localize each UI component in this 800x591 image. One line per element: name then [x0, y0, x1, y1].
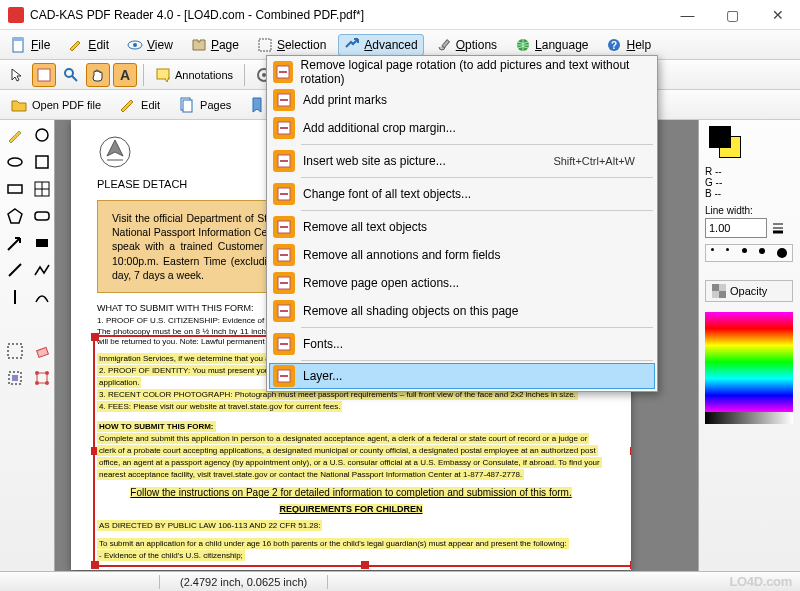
language-icon: [515, 37, 531, 53]
help-icon: ?: [606, 37, 622, 53]
doc-child-app: To submit an application for a child und…: [97, 538, 569, 549]
svg-rect-50: [280, 160, 288, 162]
svg-rect-54: [280, 226, 288, 228]
pointer-tool-button[interactable]: [5, 63, 29, 87]
rgb-r-label: R --: [705, 166, 794, 177]
open-pdf-button[interactable]: Open PDF file: [5, 94, 106, 116]
advanced-menu-item[interactable]: Remove logical page rotation (to add pic…: [269, 58, 655, 86]
app-icon: [8, 7, 24, 23]
polyline-tool[interactable]: [30, 258, 54, 282]
doc-hl-4: 4. FEES: Please visit our website at tra…: [97, 401, 342, 412]
window-control-buttons: — ▢ ✕: [665, 0, 800, 30]
marquee-tool[interactable]: [3, 339, 27, 363]
dot-small2-icon[interactable]: [726, 248, 729, 251]
close-button[interactable]: ✕: [755, 0, 800, 30]
advanced-menu-item[interactable]: Add print marks: [269, 86, 655, 114]
arrow-tool[interactable]: [3, 231, 27, 255]
svg-text:?: ?: [611, 40, 617, 51]
ellipse-tool[interactable]: [3, 150, 27, 174]
opacity-icon: [712, 284, 726, 298]
menu-separator: [301, 360, 653, 361]
menu-file[interactable]: File: [5, 34, 56, 56]
window-title: CAD-KAS PDF Reader 4.0 - [LO4D.com - Com…: [30, 8, 665, 22]
hue-picker[interactable]: [705, 312, 793, 412]
window-titlebar: CAD-KAS PDF Reader 4.0 - [LO4D.com - Com…: [0, 0, 800, 30]
menu-file-label: File: [31, 38, 50, 52]
svg-rect-58: [280, 282, 288, 284]
annotations-button[interactable]: Annotations: [150, 65, 238, 85]
advanced-menu-item[interactable]: Remove page open actions...: [269, 269, 655, 297]
line-width-spinner-icon[interactable]: [770, 219, 786, 237]
line-tool[interactable]: [3, 258, 27, 282]
svg-rect-64: [280, 375, 288, 377]
menu-language[interactable]: Language: [509, 34, 594, 56]
menu-edit[interactable]: Edit: [62, 34, 115, 56]
advanced-menu-item[interactable]: Remove all text objects: [269, 213, 655, 241]
advanced-menu-item[interactable]: Fonts...: [269, 330, 655, 358]
menu-advanced[interactable]: Advanced: [338, 34, 423, 56]
eraser-tool[interactable]: [30, 339, 54, 363]
select-tool-button[interactable]: [32, 63, 56, 87]
transform-tool[interactable]: [30, 366, 54, 390]
svg-rect-42: [719, 291, 726, 298]
line-width-input[interactable]: [705, 218, 767, 238]
annotations-label: Annotations: [175, 69, 233, 81]
advanced-menu-item[interactable]: Add additional crop margin...: [269, 114, 655, 142]
pages-tab-button[interactable]: Pages: [173, 94, 236, 116]
svg-point-18: [36, 129, 48, 141]
toolbar-separator: [143, 64, 144, 86]
svg-rect-34: [37, 373, 47, 383]
svg-rect-46: [280, 99, 288, 101]
brightness-slider[interactable]: [705, 412, 793, 424]
rectangle-tool[interactable]: [3, 177, 27, 201]
menu-selection[interactable]: Selection: [251, 34, 332, 56]
grid-tool[interactable]: [30, 177, 54, 201]
circle-tool[interactable]: [30, 123, 54, 147]
crop-tool[interactable]: [3, 366, 27, 390]
menu-view[interactable]: View: [121, 34, 179, 56]
menu-item-label: Add print marks: [303, 93, 387, 107]
menu-item-icon: [273, 117, 295, 139]
dot-big-icon[interactable]: [777, 248, 787, 258]
filled-rect-tool[interactable]: [30, 231, 54, 255]
minimize-button[interactable]: —: [665, 0, 710, 30]
hand-tool-button[interactable]: [86, 63, 110, 87]
color-swatches[interactable]: [705, 126, 794, 160]
eagle-seal-icon: [97, 134, 133, 170]
selection-icon: [257, 37, 273, 53]
zoom-tool-button[interactable]: [59, 63, 83, 87]
rounded-rect-tool[interactable]: [30, 204, 54, 228]
svg-rect-56: [280, 254, 288, 256]
dot-med-icon[interactable]: [742, 248, 747, 253]
foreground-color-swatch[interactable]: [709, 126, 731, 148]
advanced-menu-item[interactable]: Insert web site as picture...Shift+Ctrl+…: [269, 147, 655, 175]
pencil-tool[interactable]: [3, 123, 27, 147]
square-tool[interactable]: [30, 150, 54, 174]
right-properties-panel: R -- G -- B -- Line width: Opacity: [698, 120, 800, 571]
svg-rect-17: [183, 100, 192, 112]
dot-default-icon[interactable]: [759, 248, 765, 254]
edit-tab-button[interactable]: Edit: [114, 94, 165, 116]
advanced-menu-item[interactable]: Change font of all text objects...: [269, 180, 655, 208]
svg-line-11: [72, 76, 77, 81]
watermark-text: LO4D.com: [729, 574, 792, 589]
left-tool-palette: [0, 120, 55, 571]
menu-options-label: Options: [456, 38, 497, 52]
advanced-menu-item[interactable]: Remove all shading objects on this page: [269, 297, 655, 325]
pentagon-tool[interactable]: [3, 204, 27, 228]
menu-item-icon: [273, 183, 295, 205]
menu-help[interactable]: ? Help: [600, 34, 657, 56]
advanced-menu-item[interactable]: Remove all annotions and form fields: [269, 241, 655, 269]
text-tool-button[interactable]: A: [113, 63, 137, 87]
dot-small-icon[interactable]: [711, 248, 714, 251]
curve-tool[interactable]: [30, 285, 54, 309]
opacity-button[interactable]: Opacity: [705, 280, 793, 302]
brush-size-row[interactable]: [705, 244, 793, 262]
vline-tool[interactable]: [3, 285, 27, 309]
menu-options[interactable]: Options: [430, 34, 503, 56]
menu-page[interactable]: Page: [185, 34, 245, 56]
advanced-menu-item[interactable]: Layer...: [269, 363, 655, 389]
maximize-button[interactable]: ▢: [710, 0, 755, 30]
svg-rect-48: [280, 127, 288, 129]
menu-advanced-label: Advanced: [364, 38, 417, 52]
